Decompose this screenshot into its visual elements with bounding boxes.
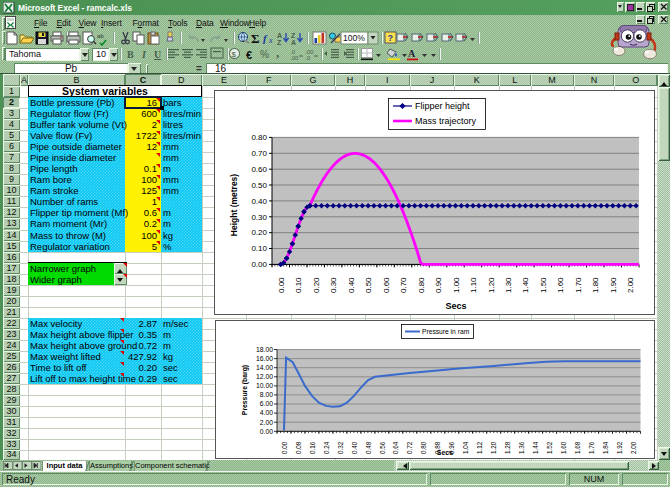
- svg-text:0.40: 0.40: [347, 277, 356, 293]
- svg-text:0.80: 0.80: [417, 277, 426, 293]
- svg-text:0.80: 0.80: [251, 133, 267, 142]
- svg-text:2.00: 2.00: [630, 441, 637, 454]
- svg-text:0.50: 0.50: [364, 277, 373, 293]
- svg-text:14.00: 14.00: [256, 364, 273, 371]
- svg-text:Secs: Secs: [437, 449, 453, 456]
- svg-text:1.12: 1.12: [476, 441, 483, 454]
- svg-text:1.92: 1.92: [616, 441, 623, 454]
- svg-text:Z: Z: [291, 32, 296, 39]
- svg-text:0.20: 0.20: [251, 228, 267, 237]
- svg-text:B: B: [127, 49, 134, 60]
- svg-text:4.00: 4.00: [260, 409, 273, 416]
- svg-text:0.30: 0.30: [251, 213, 267, 222]
- svg-text:,: ,: [276, 45, 279, 60]
- svg-text:12.00: 12.00: [256, 373, 273, 380]
- svg-text:0.10: 0.10: [294, 277, 303, 293]
- svg-text:16.00: 16.00: [256, 355, 273, 362]
- svg-text:1.30: 1.30: [504, 277, 513, 293]
- svg-text:1.00: 1.00: [452, 277, 461, 293]
- svg-text:0.50: 0.50: [251, 181, 267, 190]
- svg-text:0.56: 0.56: [379, 441, 386, 454]
- svg-text:A: A: [277, 32, 282, 39]
- svg-text:0.30: 0.30: [329, 277, 338, 293]
- svg-text:100%: 100%: [343, 33, 365, 43]
- svg-text:10.00: 10.00: [256, 382, 273, 389]
- svg-text:1.36: 1.36: [518, 441, 525, 454]
- svg-text:0.00: 0.00: [277, 277, 286, 293]
- svg-text:1.28: 1.28: [504, 441, 511, 454]
- svg-text:f: f: [263, 32, 268, 44]
- svg-text:Flipper height: Flipper height: [415, 101, 470, 111]
- svg-text:0.60: 0.60: [251, 165, 267, 174]
- svg-text:0.60: 0.60: [382, 277, 391, 293]
- svg-text:1.10: 1.10: [469, 277, 478, 293]
- svg-text:.0: .0: [305, 55, 311, 61]
- svg-text:0.08: 0.08: [295, 441, 302, 454]
- svg-text:1.70: 1.70: [574, 277, 583, 293]
- svg-text:1.90: 1.90: [609, 277, 618, 293]
- svg-text:0.64: 0.64: [392, 441, 399, 454]
- svg-text:0.00: 0.00: [251, 260, 267, 269]
- svg-text:0.16: 0.16: [309, 441, 316, 454]
- svg-text:0.72: 0.72: [406, 441, 413, 454]
- svg-text:18.00: 18.00: [256, 346, 273, 353]
- svg-text:0.48: 0.48: [365, 441, 372, 454]
- svg-text:0.10: 0.10: [251, 244, 267, 253]
- svg-text:0.80: 0.80: [420, 441, 427, 454]
- svg-text:8.00: 8.00: [260, 391, 273, 398]
- svg-text:0.90: 0.90: [434, 277, 443, 293]
- svg-text:2.00: 2.00: [626, 277, 635, 293]
- svg-text:1.20: 1.20: [490, 441, 497, 454]
- svg-text:1.68: 1.68: [574, 441, 581, 454]
- svg-text:Pressure (barg): Pressure (barg): [241, 365, 249, 415]
- svg-text:Σ: Σ: [251, 31, 260, 46]
- svg-text:A: A: [408, 48, 416, 59]
- svg-text:ab: ab: [97, 33, 104, 39]
- svg-text:1.20: 1.20: [487, 277, 496, 293]
- svg-text:%: %: [260, 49, 269, 60]
- svg-text:.00: .00: [290, 55, 299, 61]
- svg-text:?: ?: [388, 33, 394, 43]
- svg-text:0.24: 0.24: [323, 441, 330, 454]
- svg-text:1.44: 1.44: [532, 441, 539, 454]
- svg-text:1.76: 1.76: [588, 441, 595, 454]
- svg-text:Height (metres): Height (metres): [229, 174, 239, 237]
- svg-text:0.70: 0.70: [399, 277, 408, 293]
- svg-text:6.00: 6.00: [260, 400, 273, 407]
- svg-text:Pressure in ram: Pressure in ram: [422, 328, 470, 335]
- svg-text:0.40: 0.40: [251, 197, 267, 206]
- svg-text:0.20: 0.20: [312, 277, 321, 293]
- svg-text:1.52: 1.52: [546, 441, 553, 454]
- svg-text:0.70: 0.70: [251, 149, 267, 158]
- svg-text:€: €: [246, 49, 252, 61]
- svg-text:Mass trajectory: Mass trajectory: [415, 116, 477, 126]
- svg-text:0.40: 0.40: [351, 441, 358, 454]
- svg-text:1.60: 1.60: [560, 441, 567, 454]
- svg-text:A: A: [291, 39, 296, 46]
- svg-text:1.50: 1.50: [539, 277, 548, 293]
- svg-text:1.80: 1.80: [591, 277, 600, 293]
- svg-text:I: I: [141, 49, 147, 60]
- svg-text:0.00: 0.00: [260, 428, 273, 435]
- svg-text:0.32: 0.32: [337, 441, 344, 454]
- svg-text:2.00: 2.00: [260, 419, 273, 426]
- svg-text:U: U: [154, 49, 161, 60]
- svg-text:$: $: [232, 50, 237, 59]
- svg-text:1.04: 1.04: [462, 441, 469, 454]
- svg-text:1.60: 1.60: [556, 277, 565, 293]
- svg-text:1.40: 1.40: [521, 277, 530, 293]
- svg-text:1.84: 1.84: [602, 441, 609, 454]
- svg-text:Secs: Secs: [445, 301, 466, 311]
- svg-text:x: x: [268, 36, 273, 45]
- svg-text:0.00: 0.00: [281, 441, 288, 454]
